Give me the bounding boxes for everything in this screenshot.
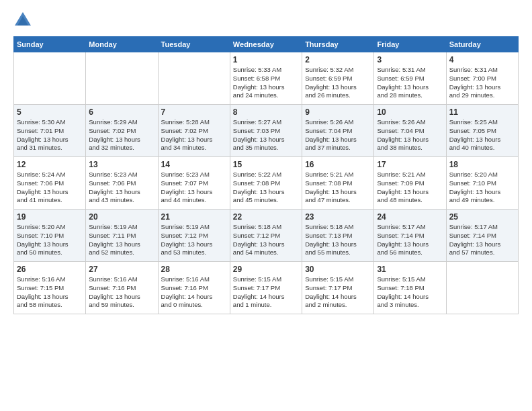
calendar-cell: 14Sunrise: 5:23 AM Sunset: 7:07 PM Dayli… xyxy=(158,157,230,210)
day-number: 14 xyxy=(161,160,227,169)
header xyxy=(13,11,519,30)
day-number: 15 xyxy=(233,160,299,169)
day-number: 5 xyxy=(17,107,83,117)
calendar-cell: 23Sunrise: 5:18 AM Sunset: 7:13 PM Dayli… xyxy=(302,210,374,262)
day-info: Sunrise: 5:21 AM Sunset: 7:08 PM Dayligh… xyxy=(305,171,371,205)
calendar-cell: 8Sunrise: 5:27 AM Sunset: 7:03 PM Daylig… xyxy=(230,105,302,157)
day-info: Sunrise: 5:23 AM Sunset: 7:07 PM Dayligh… xyxy=(161,171,227,205)
day-number: 1 xyxy=(233,55,299,64)
day-number: 26 xyxy=(17,265,83,274)
page: SundayMondayTuesdayWednesdayThursdayFrid… xyxy=(0,0,532,411)
day-number: 22 xyxy=(233,212,299,222)
day-number: 30 xyxy=(305,265,371,274)
day-number: 6 xyxy=(89,107,154,117)
day-info: Sunrise: 5:28 AM Sunset: 7:02 PM Dayligh… xyxy=(161,118,227,152)
day-info: Sunrise: 5:30 AM Sunset: 7:01 PM Dayligh… xyxy=(17,118,83,152)
day-number: 19 xyxy=(17,212,83,222)
day-info: Sunrise: 5:24 AM Sunset: 7:06 PM Dayligh… xyxy=(17,171,83,205)
day-number: 8 xyxy=(233,107,299,117)
day-info: Sunrise: 5:16 AM Sunset: 7:15 PM Dayligh… xyxy=(17,275,83,310)
day-number: 4 xyxy=(449,55,515,64)
day-info: Sunrise: 5:23 AM Sunset: 7:06 PM Dayligh… xyxy=(89,171,154,205)
day-number: 18 xyxy=(449,160,515,169)
calendar-cell: 3Sunrise: 5:31 AM Sunset: 6:59 PM Daylig… xyxy=(374,52,446,105)
calendar-cell: 24Sunrise: 5:17 AM Sunset: 7:14 PM Dayli… xyxy=(374,210,446,262)
calendar-cell xyxy=(14,52,86,105)
day-number: 2 xyxy=(305,55,371,64)
day-info: Sunrise: 5:15 AM Sunset: 7:17 PM Dayligh… xyxy=(305,275,371,310)
calendar-week-1: 1Sunrise: 5:33 AM Sunset: 6:58 PM Daylig… xyxy=(14,52,519,105)
day-info: Sunrise: 5:19 AM Sunset: 7:12 PM Dayligh… xyxy=(161,223,227,257)
day-number: 25 xyxy=(449,212,515,222)
calendar-cell: 18Sunrise: 5:20 AM Sunset: 7:10 PM Dayli… xyxy=(446,157,518,210)
day-info: Sunrise: 5:15 AM Sunset: 7:17 PM Dayligh… xyxy=(233,275,299,310)
calendar-cell: 21Sunrise: 5:19 AM Sunset: 7:12 PM Dayli… xyxy=(158,210,230,262)
calendar-cell: 31Sunrise: 5:15 AM Sunset: 7:18 PM Dayli… xyxy=(374,262,446,314)
day-of-week-saturday: Saturday xyxy=(446,37,518,52)
calendar-header-row: SundayMondayTuesdayWednesdayThursdayFrid… xyxy=(14,37,519,52)
day-info: Sunrise: 5:19 AM Sunset: 7:11 PM Dayligh… xyxy=(89,223,154,257)
calendar-week-5: 26Sunrise: 5:16 AM Sunset: 7:15 PM Dayli… xyxy=(14,262,519,314)
day-info: Sunrise: 5:31 AM Sunset: 7:00 PM Dayligh… xyxy=(449,66,515,100)
day-number: 21 xyxy=(161,212,227,222)
calendar-cell: 11Sunrise: 5:25 AM Sunset: 7:05 PM Dayli… xyxy=(446,105,518,157)
calendar-cell: 12Sunrise: 5:24 AM Sunset: 7:06 PM Dayli… xyxy=(14,157,86,210)
calendar-week-2: 5Sunrise: 5:30 AM Sunset: 7:01 PM Daylig… xyxy=(14,105,519,157)
calendar-cell: 30Sunrise: 5:15 AM Sunset: 7:17 PM Dayli… xyxy=(302,262,374,314)
day-number: 11 xyxy=(449,107,515,117)
calendar-cell: 29Sunrise: 5:15 AM Sunset: 7:17 PM Dayli… xyxy=(230,262,302,314)
day-info: Sunrise: 5:17 AM Sunset: 7:14 PM Dayligh… xyxy=(377,223,443,257)
day-number: 13 xyxy=(89,160,154,169)
day-number: 29 xyxy=(233,265,299,274)
calendar-week-4: 19Sunrise: 5:20 AM Sunset: 7:10 PM Dayli… xyxy=(14,210,519,262)
day-number: 7 xyxy=(161,107,227,117)
day-number: 20 xyxy=(89,212,154,222)
day-info: Sunrise: 5:15 AM Sunset: 7:18 PM Dayligh… xyxy=(377,275,443,310)
day-number: 31 xyxy=(377,265,443,274)
calendar-cell: 6Sunrise: 5:29 AM Sunset: 7:02 PM Daylig… xyxy=(86,105,158,157)
calendar-cell: 2Sunrise: 5:32 AM Sunset: 6:59 PM Daylig… xyxy=(302,52,374,105)
day-info: Sunrise: 5:27 AM Sunset: 7:03 PM Dayligh… xyxy=(233,118,299,152)
day-number: 24 xyxy=(377,212,443,222)
calendar-cell: 1Sunrise: 5:33 AM Sunset: 6:58 PM Daylig… xyxy=(230,52,302,105)
calendar-cell: 4Sunrise: 5:31 AM Sunset: 7:00 PM Daylig… xyxy=(446,52,518,105)
calendar-cell: 7Sunrise: 5:28 AM Sunset: 7:02 PM Daylig… xyxy=(158,105,230,157)
day-of-week-tuesday: Tuesday xyxy=(158,37,230,52)
logo-icon xyxy=(13,11,32,30)
day-of-week-sunday: Sunday xyxy=(14,37,86,52)
calendar-cell xyxy=(86,52,158,105)
calendar-cell: 16Sunrise: 5:21 AM Sunset: 7:08 PM Dayli… xyxy=(302,157,374,210)
day-info: Sunrise: 5:31 AM Sunset: 6:59 PM Dayligh… xyxy=(377,66,443,100)
calendar-cell: 26Sunrise: 5:16 AM Sunset: 7:15 PM Dayli… xyxy=(14,262,86,314)
day-number: 28 xyxy=(161,265,227,274)
day-info: Sunrise: 5:22 AM Sunset: 7:08 PM Dayligh… xyxy=(233,171,299,205)
calendar-week-3: 12Sunrise: 5:24 AM Sunset: 7:06 PM Dayli… xyxy=(14,157,519,210)
day-number: 23 xyxy=(305,212,371,222)
day-of-week-friday: Friday xyxy=(374,37,446,52)
day-number: 10 xyxy=(377,107,443,117)
day-info: Sunrise: 5:26 AM Sunset: 7:04 PM Dayligh… xyxy=(377,118,443,152)
calendar-cell: 28Sunrise: 5:16 AM Sunset: 7:16 PM Dayli… xyxy=(158,262,230,314)
day-number: 12 xyxy=(17,160,83,169)
calendar-cell: 9Sunrise: 5:26 AM Sunset: 7:04 PM Daylig… xyxy=(302,105,374,157)
day-of-week-wednesday: Wednesday xyxy=(230,37,302,52)
day-number: 27 xyxy=(89,265,154,274)
calendar-cell: 17Sunrise: 5:21 AM Sunset: 7:09 PM Dayli… xyxy=(374,157,446,210)
calendar-cell: 15Sunrise: 5:22 AM Sunset: 7:08 PM Dayli… xyxy=(230,157,302,210)
calendar-cell: 27Sunrise: 5:16 AM Sunset: 7:16 PM Dayli… xyxy=(86,262,158,314)
day-info: Sunrise: 5:16 AM Sunset: 7:16 PM Dayligh… xyxy=(161,275,227,310)
day-info: Sunrise: 5:25 AM Sunset: 7:05 PM Dayligh… xyxy=(449,118,515,152)
day-info: Sunrise: 5:20 AM Sunset: 7:10 PM Dayligh… xyxy=(17,223,83,257)
calendar-table: SundayMondayTuesdayWednesdayThursdayFrid… xyxy=(13,36,519,314)
calendar-cell xyxy=(158,52,230,105)
calendar-cell: 22Sunrise: 5:18 AM Sunset: 7:12 PM Dayli… xyxy=(230,210,302,262)
calendar-cell: 19Sunrise: 5:20 AM Sunset: 7:10 PM Dayli… xyxy=(14,210,86,262)
calendar-cell: 20Sunrise: 5:19 AM Sunset: 7:11 PM Dayli… xyxy=(86,210,158,262)
day-of-week-monday: Monday xyxy=(86,37,158,52)
logo xyxy=(13,11,35,30)
day-number: 9 xyxy=(305,107,371,117)
day-info: Sunrise: 5:18 AM Sunset: 7:12 PM Dayligh… xyxy=(233,223,299,257)
day-info: Sunrise: 5:32 AM Sunset: 6:59 PM Dayligh… xyxy=(305,66,371,100)
day-number: 16 xyxy=(305,160,371,169)
day-number: 3 xyxy=(377,55,443,64)
